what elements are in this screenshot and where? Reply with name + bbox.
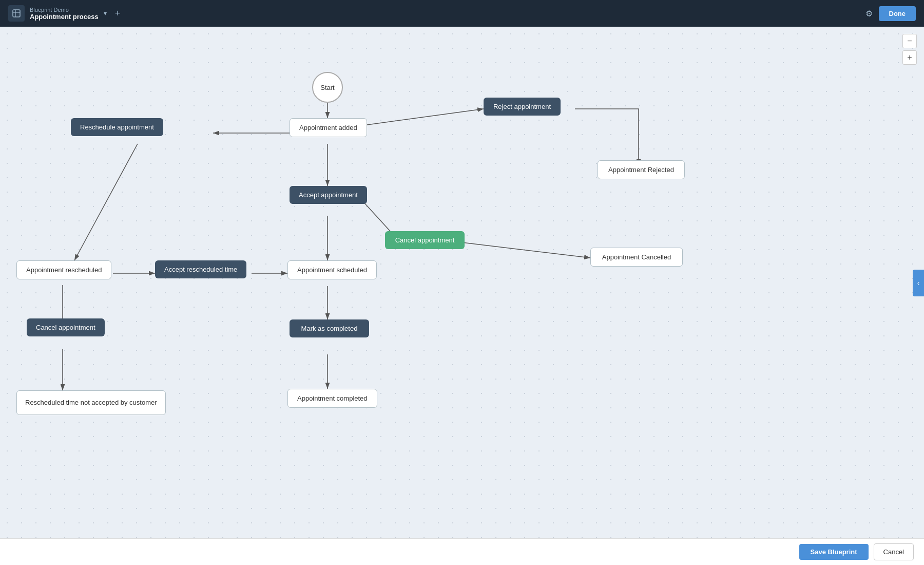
- node-reject-appointment[interactable]: Reject appointment: [484, 98, 561, 116]
- header: Blueprint Demo Appointment process ▾ + ⚙…: [0, 0, 924, 27]
- header-left: Blueprint Demo Appointment process ▾ +: [8, 5, 120, 22]
- done-button[interactable]: Done: [879, 6, 916, 21]
- canvas: Start Appointment added Reschedule appoi…: [0, 27, 924, 539]
- settings-icon[interactable]: ⚙: [865, 9, 873, 18]
- node-rescheduled-not-accepted[interactable]: Rescheduled time not accepted by custome…: [16, 390, 166, 415]
- node-cancel-appointment-sub[interactable]: Cancel appointment: [27, 318, 105, 336]
- node-appointment-rescheduled[interactable]: Appointment rescheduled: [16, 260, 111, 279]
- app-name: Blueprint Demo: [30, 7, 99, 13]
- node-mark-as-completed[interactable]: Mark as completed: [290, 319, 369, 337]
- node-appointment-cancelled[interactable]: Appointment Cancelled: [590, 248, 683, 267]
- footer: Save Blueprint Cancel: [0, 538, 924, 539]
- zoom-out-button[interactable]: −: [902, 34, 917, 48]
- add-icon[interactable]: +: [115, 8, 121, 19]
- header-right: ⚙ Done: [865, 6, 916, 21]
- node-start[interactable]: Start: [312, 72, 343, 103]
- node-appointment-rejected[interactable]: Appointment Rejected: [598, 160, 685, 179]
- node-appointment-completed[interactable]: Appointment completed: [287, 389, 377, 408]
- connections-svg: [0, 27, 924, 539]
- title-group: Blueprint Demo Appointment process: [30, 7, 99, 21]
- process-name: Appointment process: [30, 13, 99, 21]
- svg-line-11: [74, 144, 138, 260]
- blueprint-icon: [8, 5, 25, 22]
- node-accept-rescheduled-time[interactable]: Accept rescheduled time: [155, 260, 246, 278]
- node-accept-appointment[interactable]: Accept appointment: [290, 186, 367, 204]
- svg-line-9: [462, 242, 590, 258]
- zoom-controls: − +: [902, 34, 917, 65]
- node-cancel-appointment-main[interactable]: Cancel appointment: [385, 231, 465, 249]
- node-appointment-scheduled[interactable]: Appointment scheduled: [287, 260, 377, 279]
- panel-toggle-button[interactable]: ‹: [913, 270, 924, 296]
- chevron-down-icon[interactable]: ▾: [104, 10, 107, 17]
- svg-rect-0: [13, 10, 20, 17]
- svg-line-6: [363, 109, 484, 125]
- node-reschedule-appointment[interactable]: Reschedule appointment: [71, 118, 163, 136]
- node-appointment-added[interactable]: Appointment added: [290, 118, 367, 137]
- zoom-in-button[interactable]: +: [902, 50, 917, 65]
